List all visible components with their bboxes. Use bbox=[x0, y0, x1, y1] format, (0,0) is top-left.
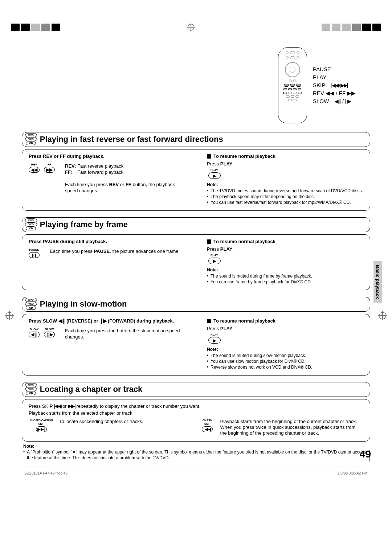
section-locate-chapter: DVD VCD CD Locating a chapter or track P… bbox=[22, 382, 370, 461]
section-slow-motion: DVD VCD CD Playing in slow-motion Press … bbox=[22, 297, 370, 376]
skip-fwd-button-icon: ▶▶| bbox=[36, 426, 47, 432]
slow-fwd-button-icon: ❙▶ bbox=[44, 332, 55, 337]
footer-file: 52G0101A P47-49.indd 49 bbox=[25, 471, 68, 475]
s1-left-lead: Press REV or FF during playback. bbox=[29, 153, 185, 159]
section-title: Locating a chapter or track bbox=[40, 385, 142, 394]
rev-button-icon: ◀◀ bbox=[29, 167, 40, 173]
section-frame-by-frame: DVD VCD CD Playing frame by frame Press … bbox=[22, 217, 370, 290]
crop-marks bbox=[11, 22, 381, 32]
remote-outline bbox=[278, 47, 307, 123]
play-button-icon: ▶ bbox=[208, 258, 221, 264]
registration-mark-right bbox=[379, 312, 386, 319]
remote-label-pause: PAUSE bbox=[313, 65, 356, 73]
section-title: Playing in slow-motion bbox=[40, 299, 127, 309]
play-button-icon: ▶ bbox=[208, 337, 221, 344]
section-title: Playing in fast reverse or fast forward … bbox=[40, 135, 223, 144]
remote-label-rev-ff: REV ◀◀ / FF ▶▶ bbox=[313, 89, 356, 97]
s1-notes: The TV/DVD mutes sound during reverse an… bbox=[207, 188, 363, 205]
pause-button-icon: ❚❚ bbox=[29, 252, 40, 258]
footer-timestamp: 1/5/09 3:05:42 PM bbox=[338, 471, 367, 475]
play-button-icon: ▶ bbox=[208, 172, 221, 179]
section-fast-scan: DVD VCD CD Playing in fast reverse or fa… bbox=[22, 132, 370, 211]
section-title: Playing frame by frame bbox=[40, 220, 128, 229]
remote-label-play: PLAY bbox=[313, 73, 356, 81]
bullet-icon bbox=[207, 154, 211, 159]
remote-diagram: PAUSE PLAY SKIP |◀◀ / ▶▶| REV ◀◀ / FF ▶▶… bbox=[22, 47, 370, 123]
remote-label-slow: SLOW ◀❙ / ❙▶ bbox=[313, 97, 356, 105]
remote-label-skip: SKIP |◀◀ / ▶▶| bbox=[313, 81, 356, 89]
disc-badges: DVD VCD CD bbox=[25, 133, 37, 145]
slow-rev-button-icon: ◀❙ bbox=[29, 332, 40, 337]
side-tab: Basic playback bbox=[373, 261, 382, 303]
registration-mark-left bbox=[6, 312, 13, 319]
ff-button-icon: ▶▶ bbox=[44, 167, 55, 173]
skip-back-button-icon: |◀◀ bbox=[202, 426, 213, 432]
remote-label-list: PAUSE PLAY SKIP |◀◀ / ▶▶| REV ◀◀ / FF ▶▶… bbox=[313, 65, 356, 105]
